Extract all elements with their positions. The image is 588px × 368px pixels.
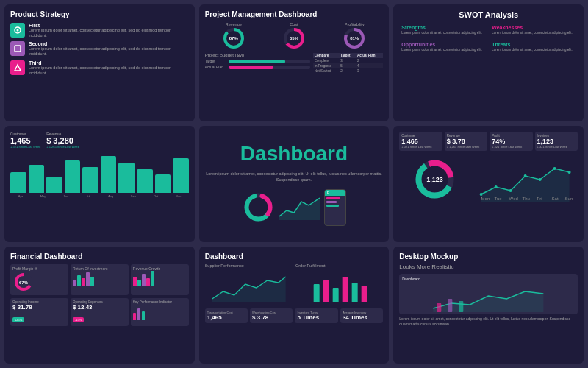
- pm-circle-cost: 65%: [284, 28, 304, 49]
- bc-x-label: Aug: [101, 194, 121, 198]
- bc-bar-group: [82, 167, 98, 192]
- swot-weaknesses-desc: Lorem ipsum dolor sit amet, consectetur …: [492, 31, 576, 35]
- fd-growth-bar-3: [142, 274, 146, 286]
- svg-text:Tue: Tue: [494, 197, 502, 201]
- d2-stat-warehouse: Warehousing Cost $ 3.78: [250, 308, 293, 323]
- dashboard-stats-card: Customer 1,465 + 321 Since Last Week Rev…: [393, 126, 584, 243]
- bc-bar: [155, 174, 171, 193]
- financial-title: Financial Dashboard: [10, 252, 189, 261]
- ps-icon-first: [10, 23, 25, 38]
- pm-stat-revenue: Revenue 87%: [205, 22, 262, 50]
- d2-inventory-value: 5 Times: [297, 314, 335, 321]
- ps-icon-third: [10, 60, 25, 75]
- ps-text-third: Third Lorem ipsum dolor sit amet, consec…: [29, 60, 189, 76]
- fd-kpi-bar-2: [137, 308, 140, 320]
- fd-kpi-bar-1: [133, 313, 136, 320]
- bc-bar: [101, 156, 117, 193]
- dashboard-center-title: Dashboard: [240, 142, 348, 166]
- swot-grid: Strengths Lorem ipsum dolor sit amet, co…: [399, 23, 578, 54]
- bc-bar: [118, 163, 135, 193]
- pm-td-complete-t: 3: [339, 58, 356, 63]
- ds-stat-profit-sub: + 321 Since Last Week: [492, 145, 530, 149]
- fd-stat-growth: Revenue Growth: [131, 264, 189, 295]
- pm-th-actual: Actual Plan: [356, 53, 383, 58]
- dc-phone-mockup: D: [324, 189, 346, 226]
- pm-bar-target-fill: [229, 60, 286, 63]
- pm-td-complete-a: 2: [356, 58, 383, 63]
- pm-table-area: Compare Target Actual Plan Complete 3 2 …: [313, 53, 383, 74]
- pm-table: Compare Target Actual Plan Complete 3 2 …: [313, 53, 383, 74]
- bc-bar-group: [10, 172, 26, 193]
- ds-line-area: Mon Tue Wed Thu Fri Sat Sun: [473, 154, 578, 205]
- svg-point-15: [538, 178, 541, 181]
- swot-weaknesses: Weaknesses Lorem ipsum dolor sit amet, c…: [490, 23, 578, 38]
- swot-threats-title: Threats: [492, 42, 576, 47]
- pm-bar-actual-track: [229, 66, 310, 69]
- svg-point-12: [494, 185, 497, 188]
- bc-bar: [137, 169, 153, 192]
- ps-item-third-label: Third: [29, 60, 189, 66]
- bc-customer-value: 1,465: [10, 136, 40, 145]
- d2-supplier-chart: Supplier Performance: [205, 263, 293, 305]
- d2-order-chart: Order Fulfillment: [295, 263, 383, 305]
- svg-point-17: [567, 171, 570, 174]
- ds-stat-customer-sub: + 321 Since Last Week: [401, 145, 440, 149]
- product-strategy-card: Product Strategy First Lorem ipsum dolor…: [4, 4, 195, 121]
- bc-bar-group: [118, 163, 135, 193]
- d2-order-svg: [295, 269, 383, 302]
- pm-td-notstarted-t: 2: [339, 68, 356, 74]
- desktop-mockup-sub: Looks More Realistic: [399, 263, 578, 270]
- bc-x-label: Sep: [123, 194, 144, 198]
- fd-roi-bar-2: [77, 275, 81, 286]
- bc-bar-group: [65, 160, 81, 193]
- svg-point-16: [553, 167, 556, 170]
- bc-bar: [10, 172, 26, 193]
- pm-budget-area: Project Budget ($M) Target Actual Plan: [205, 53, 310, 74]
- fd-growth-bars: [133, 271, 187, 286]
- svg-rect-34: [437, 303, 442, 312]
- d2-charts: Supplier Performance Order Fulfillment: [205, 263, 384, 305]
- d2-order-label: Order Fulfillment: [295, 263, 383, 268]
- bc-bar-group: [155, 174, 171, 193]
- d2-stat-transport: Transportation Cost 1,465: [205, 308, 248, 323]
- fd-roi-bars: [73, 271, 126, 286]
- d2-transport-value: 1,465: [207, 314, 245, 321]
- ps-item-first-desc: Lorem ipsum dolor sit amet, consectetur …: [29, 28, 189, 38]
- bc-bar-group: [101, 156, 117, 193]
- desktop-mockup-screen: Dashboard: [399, 274, 578, 314]
- swot-strengths: Strengths Lorem ipsum dolor sit amet, co…: [399, 23, 487, 38]
- fd-growth-bar-5: [151, 271, 154, 286]
- product-strategy-items: First Lorem ipsum dolor sit amet, consec…: [10, 23, 189, 76]
- ds-bottom-area: 1,123 Mon Tue Wed Thu Fri Sat Sun: [399, 154, 578, 205]
- ps-icon-second: [10, 41, 25, 56]
- desktop-mockup-title: Desktop Mockup: [399, 252, 578, 261]
- dc-line-chart: [279, 194, 320, 220]
- dm-screen-title: Dashboard: [402, 277, 575, 281]
- d2-bottom-stats: Transportation Cost 1,465 Warehousing Co…: [205, 308, 384, 323]
- pm-td-notstarted: Not Started: [313, 68, 339, 74]
- bc-revenue-stat: Revenue $ 3,280 + 1,265 Since Last Week: [46, 132, 79, 149]
- pm-circle-profit-value: 81%: [347, 31, 362, 46]
- ds-stat-revenue-value: $ 3.78: [447, 138, 485, 145]
- d2-stat-avg-inventory: Average Inventory 34 Times: [340, 308, 383, 323]
- swot-opportunities-title: Opportunities: [401, 42, 485, 47]
- pm-stat-profit: Profitability 81%: [326, 22, 383, 50]
- d2-supplier-svg: [205, 269, 293, 302]
- pm-td-progress: In Progress: [313, 63, 339, 68]
- bar-chart-card: Customer 1,465 + 321 Since Last Week Rev…: [4, 126, 195, 243]
- svg-text:Sat: Sat: [551, 197, 558, 201]
- bc-bar-group: [29, 165, 45, 193]
- fd-operating-expenses: Operating Expenses $ 12.43 -15%: [71, 298, 129, 326]
- ps-item-third: Third Lorem ipsum dolor sit amet, consec…: [10, 60, 189, 76]
- svg-rect-32: [352, 283, 358, 302]
- fd-growth-bar-2: [137, 280, 141, 286]
- ps-item-first: First Lorem ipsum dolor sit amet, consec…: [10, 23, 189, 38]
- ps-text-second: Second Lorem ipsum dolor sit amet, conse…: [29, 41, 189, 57]
- fd-growth-bar-1: [133, 277, 137, 286]
- svg-text:67%: 67%: [19, 280, 29, 285]
- pm-th-target: Target: [339, 53, 356, 58]
- bc-bar: [46, 177, 62, 193]
- d2-supplier-label: Supplier Performance: [205, 263, 293, 268]
- svg-text:Thu: Thu: [522, 197, 529, 201]
- bc-x-label: Apr: [10, 194, 31, 198]
